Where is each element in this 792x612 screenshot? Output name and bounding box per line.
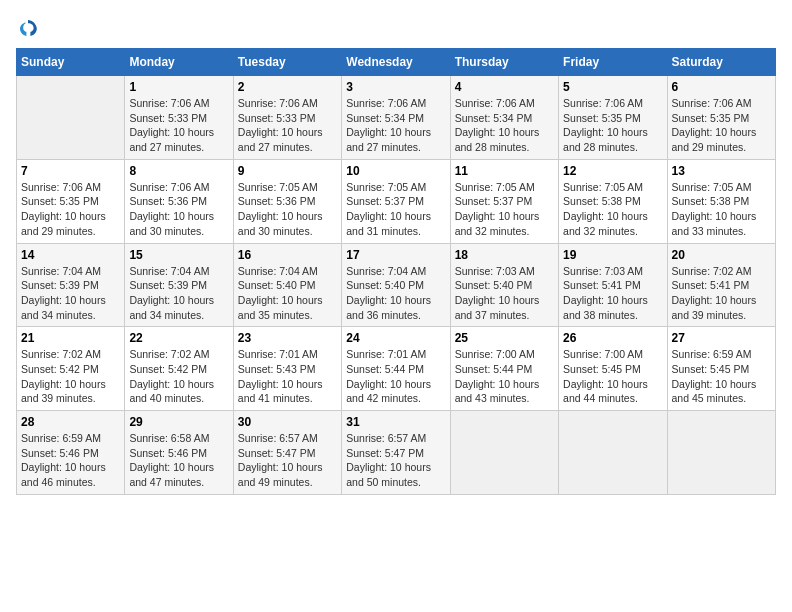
calendar-cell: 21Sunrise: 7:02 AM Sunset: 5:42 PM Dayli… (17, 327, 125, 411)
day-detail: Sunrise: 6:59 AM Sunset: 5:45 PM Dayligh… (672, 347, 771, 406)
header-day: Monday (125, 49, 233, 76)
header-day: Sunday (17, 49, 125, 76)
day-detail: Sunrise: 7:03 AM Sunset: 5:40 PM Dayligh… (455, 264, 554, 323)
calendar-cell (559, 411, 667, 495)
day-number: 26 (563, 331, 662, 345)
day-number: 2 (238, 80, 337, 94)
day-number: 11 (455, 164, 554, 178)
calendar-cell: 6Sunrise: 7:06 AM Sunset: 5:35 PM Daylig… (667, 76, 775, 160)
calendar-cell: 20Sunrise: 7:02 AM Sunset: 5:41 PM Dayli… (667, 243, 775, 327)
calendar-cell: 11Sunrise: 7:05 AM Sunset: 5:37 PM Dayli… (450, 159, 558, 243)
day-number: 23 (238, 331, 337, 345)
day-number: 21 (21, 331, 120, 345)
calendar-week-row: 7Sunrise: 7:06 AM Sunset: 5:35 PM Daylig… (17, 159, 776, 243)
day-detail: Sunrise: 7:05 AM Sunset: 5:36 PM Dayligh… (238, 180, 337, 239)
calendar-cell: 25Sunrise: 7:00 AM Sunset: 5:44 PM Dayli… (450, 327, 558, 411)
calendar-cell (17, 76, 125, 160)
header-day: Wednesday (342, 49, 450, 76)
day-detail: Sunrise: 6:58 AM Sunset: 5:46 PM Dayligh… (129, 431, 228, 490)
calendar-body: 1Sunrise: 7:06 AM Sunset: 5:33 PM Daylig… (17, 76, 776, 495)
calendar-cell (450, 411, 558, 495)
day-number: 24 (346, 331, 445, 345)
calendar-week-row: 21Sunrise: 7:02 AM Sunset: 5:42 PM Dayli… (17, 327, 776, 411)
day-number: 13 (672, 164, 771, 178)
calendar-cell: 8Sunrise: 7:06 AM Sunset: 5:36 PM Daylig… (125, 159, 233, 243)
day-detail: Sunrise: 7:02 AM Sunset: 5:42 PM Dayligh… (129, 347, 228, 406)
day-number: 31 (346, 415, 445, 429)
calendar-cell: 14Sunrise: 7:04 AM Sunset: 5:39 PM Dayli… (17, 243, 125, 327)
calendar-week-row: 1Sunrise: 7:06 AM Sunset: 5:33 PM Daylig… (17, 76, 776, 160)
calendar-cell (667, 411, 775, 495)
calendar-week-row: 28Sunrise: 6:59 AM Sunset: 5:46 PM Dayli… (17, 411, 776, 495)
day-detail: Sunrise: 7:06 AM Sunset: 5:35 PM Dayligh… (672, 96, 771, 155)
day-detail: Sunrise: 7:02 AM Sunset: 5:42 PM Dayligh… (21, 347, 120, 406)
day-number: 29 (129, 415, 228, 429)
calendar-cell: 18Sunrise: 7:03 AM Sunset: 5:40 PM Dayli… (450, 243, 558, 327)
day-detail: Sunrise: 7:04 AM Sunset: 5:40 PM Dayligh… (346, 264, 445, 323)
day-detail: Sunrise: 7:06 AM Sunset: 5:33 PM Dayligh… (238, 96, 337, 155)
day-detail: Sunrise: 7:05 AM Sunset: 5:38 PM Dayligh… (563, 180, 662, 239)
calendar-cell: 28Sunrise: 6:59 AM Sunset: 5:46 PM Dayli… (17, 411, 125, 495)
day-number: 9 (238, 164, 337, 178)
day-detail: Sunrise: 6:57 AM Sunset: 5:47 PM Dayligh… (346, 431, 445, 490)
calendar-cell: 23Sunrise: 7:01 AM Sunset: 5:43 PM Dayli… (233, 327, 341, 411)
calendar-cell: 2Sunrise: 7:06 AM Sunset: 5:33 PM Daylig… (233, 76, 341, 160)
day-number: 19 (563, 248, 662, 262)
calendar-cell: 16Sunrise: 7:04 AM Sunset: 5:40 PM Dayli… (233, 243, 341, 327)
day-detail: Sunrise: 7:04 AM Sunset: 5:39 PM Dayligh… (21, 264, 120, 323)
calendar-cell: 13Sunrise: 7:05 AM Sunset: 5:38 PM Dayli… (667, 159, 775, 243)
day-number: 1 (129, 80, 228, 94)
day-number: 17 (346, 248, 445, 262)
calendar-cell: 3Sunrise: 7:06 AM Sunset: 5:34 PM Daylig… (342, 76, 450, 160)
day-number: 16 (238, 248, 337, 262)
calendar-table: SundayMondayTuesdayWednesdayThursdayFrid… (16, 48, 776, 495)
day-detail: Sunrise: 7:04 AM Sunset: 5:39 PM Dayligh… (129, 264, 228, 323)
day-number: 15 (129, 248, 228, 262)
day-detail: Sunrise: 7:06 AM Sunset: 5:33 PM Dayligh… (129, 96, 228, 155)
calendar-cell: 26Sunrise: 7:00 AM Sunset: 5:45 PM Dayli… (559, 327, 667, 411)
day-number: 5 (563, 80, 662, 94)
calendar-cell: 19Sunrise: 7:03 AM Sunset: 5:41 PM Dayli… (559, 243, 667, 327)
calendar-cell: 27Sunrise: 6:59 AM Sunset: 5:45 PM Dayli… (667, 327, 775, 411)
day-detail: Sunrise: 6:59 AM Sunset: 5:46 PM Dayligh… (21, 431, 120, 490)
day-detail: Sunrise: 7:00 AM Sunset: 5:44 PM Dayligh… (455, 347, 554, 406)
day-detail: Sunrise: 7:06 AM Sunset: 5:36 PM Dayligh… (129, 180, 228, 239)
header-day: Saturday (667, 49, 775, 76)
header-day: Friday (559, 49, 667, 76)
header-day: Thursday (450, 49, 558, 76)
calendar-cell: 15Sunrise: 7:04 AM Sunset: 5:39 PM Dayli… (125, 243, 233, 327)
day-detail: Sunrise: 6:57 AM Sunset: 5:47 PM Dayligh… (238, 431, 337, 490)
calendar-cell: 9Sunrise: 7:05 AM Sunset: 5:36 PM Daylig… (233, 159, 341, 243)
day-detail: Sunrise: 7:06 AM Sunset: 5:34 PM Dayligh… (346, 96, 445, 155)
logo (16, 16, 44, 40)
day-detail: Sunrise: 7:05 AM Sunset: 5:37 PM Dayligh… (346, 180, 445, 239)
day-detail: Sunrise: 7:06 AM Sunset: 5:35 PM Dayligh… (21, 180, 120, 239)
calendar-cell: 4Sunrise: 7:06 AM Sunset: 5:34 PM Daylig… (450, 76, 558, 160)
calendar-cell: 29Sunrise: 6:58 AM Sunset: 5:46 PM Dayli… (125, 411, 233, 495)
header-day: Tuesday (233, 49, 341, 76)
logo-icon (16, 16, 40, 40)
day-number: 25 (455, 331, 554, 345)
day-number: 8 (129, 164, 228, 178)
day-detail: Sunrise: 7:02 AM Sunset: 5:41 PM Dayligh… (672, 264, 771, 323)
day-number: 18 (455, 248, 554, 262)
day-detail: Sunrise: 7:00 AM Sunset: 5:45 PM Dayligh… (563, 347, 662, 406)
header-row: SundayMondayTuesdayWednesdayThursdayFrid… (17, 49, 776, 76)
calendar-cell: 17Sunrise: 7:04 AM Sunset: 5:40 PM Dayli… (342, 243, 450, 327)
day-detail: Sunrise: 7:03 AM Sunset: 5:41 PM Dayligh… (563, 264, 662, 323)
calendar-cell: 12Sunrise: 7:05 AM Sunset: 5:38 PM Dayli… (559, 159, 667, 243)
day-number: 30 (238, 415, 337, 429)
calendar-cell: 31Sunrise: 6:57 AM Sunset: 5:47 PM Dayli… (342, 411, 450, 495)
day-number: 20 (672, 248, 771, 262)
day-detail: Sunrise: 7:01 AM Sunset: 5:44 PM Dayligh… (346, 347, 445, 406)
day-detail: Sunrise: 7:05 AM Sunset: 5:38 PM Dayligh… (672, 180, 771, 239)
day-detail: Sunrise: 7:04 AM Sunset: 5:40 PM Dayligh… (238, 264, 337, 323)
page-header (16, 16, 776, 40)
calendar-header: SundayMondayTuesdayWednesdayThursdayFrid… (17, 49, 776, 76)
day-number: 3 (346, 80, 445, 94)
day-number: 12 (563, 164, 662, 178)
day-number: 22 (129, 331, 228, 345)
calendar-cell: 30Sunrise: 6:57 AM Sunset: 5:47 PM Dayli… (233, 411, 341, 495)
calendar-cell: 1Sunrise: 7:06 AM Sunset: 5:33 PM Daylig… (125, 76, 233, 160)
day-detail: Sunrise: 7:01 AM Sunset: 5:43 PM Dayligh… (238, 347, 337, 406)
